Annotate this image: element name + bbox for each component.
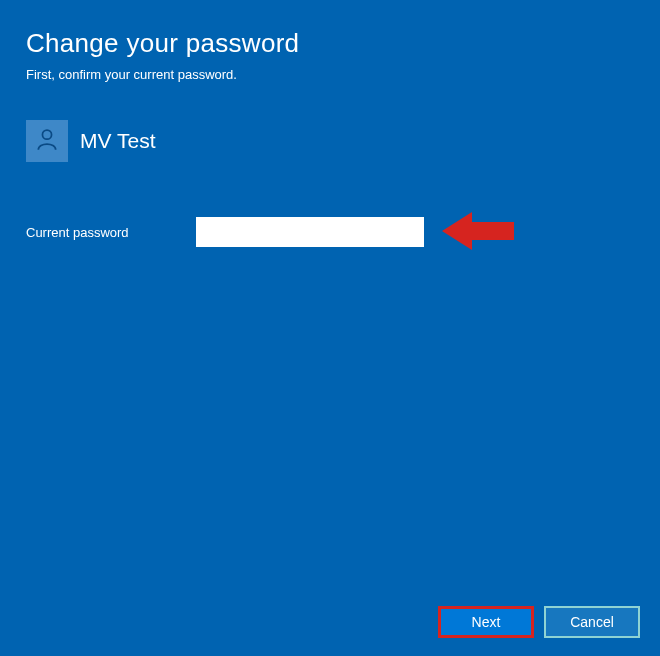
arrow-left-icon [442,209,514,253]
current-password-label: Current password [26,225,196,240]
footer-buttons: Next Cancel [438,606,640,638]
next-button[interactable]: Next [438,606,534,638]
page-subtitle: First, confirm your current password. [26,67,634,82]
svg-marker-1 [442,212,514,250]
user-row: MV Test [26,120,634,162]
current-password-input[interactable] [196,217,424,247]
person-icon [34,126,60,156]
annotation-arrow [442,209,514,253]
avatar [26,120,68,162]
page-title: Change your password [26,28,634,59]
cancel-button[interactable]: Cancel [544,606,640,638]
user-name: MV Test [80,129,155,153]
svg-point-0 [42,130,51,139]
current-password-row: Current password [26,210,634,254]
